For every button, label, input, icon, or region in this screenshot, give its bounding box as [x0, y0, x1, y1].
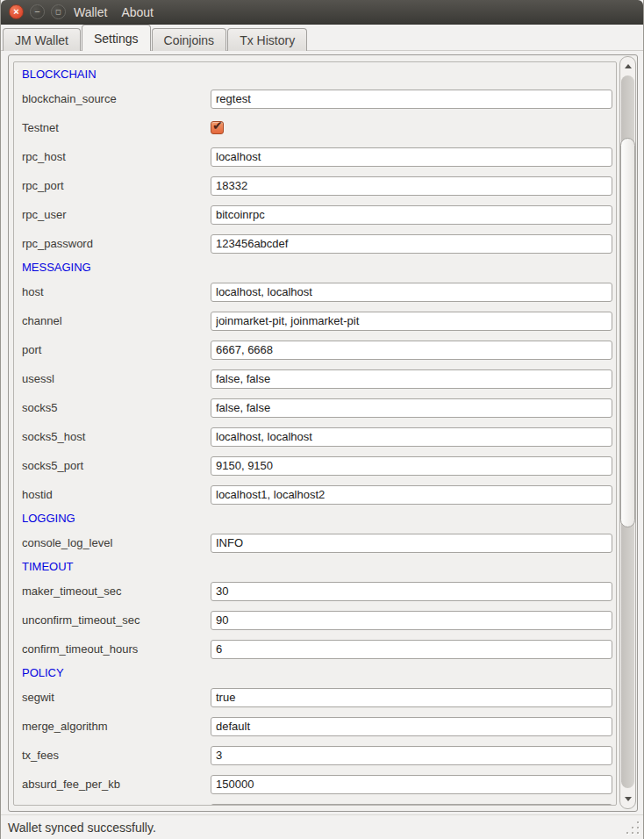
status-bar: Wallet synced successfully. — [1, 814, 643, 839]
field-label: port — [22, 343, 211, 356]
settings-row: host — [14, 277, 616, 306]
field-label: merge_algorithm — [22, 720, 211, 733]
field-input[interactable] — [211, 688, 612, 707]
settings-row: usessl — [14, 364, 616, 393]
section-header-messaging: MESSAGING — [14, 258, 616, 277]
field-input[interactable] — [211, 398, 612, 418]
settings-row: merge_algorithm — [14, 712, 616, 741]
settings-row: maker_timeout_sec — [14, 577, 616, 606]
settings-row: tx_fees — [14, 741, 616, 770]
field-label: Testnet — [22, 121, 211, 134]
settings-row: unconfirm_timeout_sec — [14, 606, 616, 635]
tab-tx-history[interactable]: Tx History — [227, 28, 307, 51]
settings-row — [14, 799, 616, 806]
field-label: console_log_level — [22, 536, 211, 549]
checkmark-icon: ✔ — [212, 118, 223, 133]
field-label: socks5_port — [22, 459, 211, 472]
field-label: absurd_fee_per_kb — [22, 778, 211, 791]
field-input[interactable] — [211, 205, 612, 225]
testnet-checkbox[interactable]: ✔ — [211, 121, 224, 134]
menu-about[interactable]: About — [115, 2, 160, 23]
scroll-up-arrow-icon[interactable] — [625, 64, 632, 68]
field-label: rpc_host — [22, 150, 211, 163]
settings-row: segwit — [14, 683, 616, 712]
wallet-window: × − ◻ Wallet About JM WalletSettingsCoin… — [0, 0, 644, 839]
section-header-policy: POLICY — [14, 663, 616, 683]
field-input[interactable] — [211, 341, 612, 360]
section-header-timeout: TIMEOUT — [14, 557, 616, 577]
maximize-icon: ◻ — [55, 8, 61, 15]
field-input[interactable] — [211, 611, 612, 630]
field-label: blockchain_source — [22, 92, 211, 105]
settings-row: confirm_timeout_hours — [14, 635, 616, 663]
vertical-scrollbar[interactable] — [619, 56, 636, 809]
field-input[interactable] — [211, 775, 612, 794]
settings-row: rpc_host — [14, 142, 616, 171]
settings-row: rpc_password — [14, 229, 616, 258]
settings-row: blockchain_source — [14, 84, 616, 113]
field-label: segwit — [22, 691, 211, 704]
field-label: unconfirm_timeout_sec — [22, 613, 211, 627]
minimize-button[interactable]: − — [30, 4, 45, 19]
settings-row: absurd_fee_per_kb — [14, 770, 616, 799]
settings-form: BLOCKCHAINblockchain_sourceTestnet✔rpc_h… — [13, 61, 617, 806]
field-input[interactable] — [211, 640, 612, 659]
field-input[interactable] — [211, 234, 612, 254]
resize-grip[interactable] — [626, 821, 640, 835]
field-label: tx_fees — [22, 749, 211, 762]
settings-pane: BLOCKCHAINblockchain_sourceTestnet✔rpc_h… — [1, 51, 643, 814]
scroll-down-arrow-icon[interactable] — [625, 797, 632, 801]
field-label: usessl — [22, 372, 211, 385]
settings-row: rpc_port — [14, 171, 616, 200]
field-input[interactable] — [211, 176, 612, 196]
tab-settings[interactable]: Settings — [82, 25, 151, 51]
close-icon: × — [13, 7, 18, 17]
settings-row: socks5 — [14, 393, 616, 422]
settings-row: hostid — [14, 480, 616, 509]
field-label: socks5_host — [22, 430, 211, 443]
field-input[interactable] — [211, 90, 612, 109]
field-input[interactable] — [211, 147, 612, 167]
field-input[interactable] — [211, 427, 612, 447]
field-input[interactable] — [211, 746, 612, 765]
field-input[interactable] — [211, 534, 612, 553]
field-input[interactable] — [211, 283, 612, 302]
titlebar: × − ◻ Wallet About — [1, 0, 643, 25]
status-text: Wallet synced successfully. — [8, 821, 156, 835]
settings-row: console_log_level — [14, 528, 616, 557]
settings-scroll-area: BLOCKCHAINblockchain_sourceTestnet✔rpc_h… — [8, 54, 638, 812]
field-label: rpc_user — [22, 208, 211, 221]
scrollbar-thumb[interactable] — [620, 138, 635, 527]
tab-coinjoins[interactable]: Coinjoins — [152, 28, 227, 51]
settings-row: socks5_port — [14, 451, 616, 480]
field-label: channel — [22, 314, 211, 327]
close-button[interactable]: × — [9, 4, 24, 19]
field-input[interactable] — [211, 312, 612, 331]
field-label: confirm_timeout_hours — [22, 642, 211, 656]
field-input[interactable] — [211, 485, 612, 505]
tab-jm-wallet[interactable]: JM Wallet — [3, 28, 81, 51]
field-label: hostid — [22, 488, 211, 501]
field-label: host — [22, 285, 211, 298]
settings-row: Testnet✔ — [14, 113, 616, 142]
settings-row: channel — [14, 306, 616, 335]
minimize-icon: − — [34, 7, 39, 17]
field-input[interactable] — [211, 369, 612, 389]
section-header-logging: LOGGING — [14, 509, 616, 528]
field-input[interactable] — [211, 456, 612, 476]
menu-wallet[interactable]: Wallet — [68, 2, 113, 23]
field-input[interactable] — [211, 717, 612, 736]
tab-bar: JM WalletSettingsCoinjoinsTx History — [1, 25, 643, 51]
field-input[interactable] — [211, 804, 612, 807]
maximize-button[interactable]: ◻ — [51, 4, 66, 19]
settings-row: rpc_user — [14, 200, 616, 229]
settings-row: port — [14, 335, 616, 364]
field-label: rpc_port — [22, 179, 211, 192]
settings-row: socks5_host — [14, 422, 616, 451]
field-input[interactable] — [211, 582, 612, 601]
field-label: socks5 — [22, 401, 211, 414]
field-label: rpc_password — [22, 237, 211, 250]
section-header-blockchain: BLOCKCHAIN — [14, 65, 616, 84]
field-label: maker_timeout_sec — [22, 584, 211, 598]
